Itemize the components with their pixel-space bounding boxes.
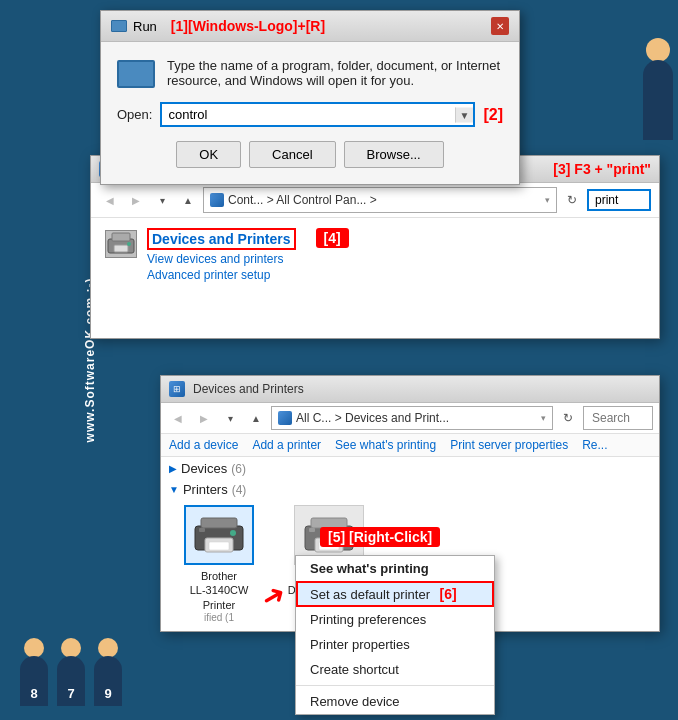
dp-address-bar[interactable]: All C... > Devices and Print... ▾ — [271, 406, 553, 430]
address-bar[interactable]: Cont... > All Control Pan... > ▾ — [203, 187, 557, 213]
figure-8: 8 — [20, 656, 52, 720]
printers-expand-arrow[interactable]: ▼ — [169, 484, 179, 495]
figure-9-head — [98, 638, 118, 658]
ctx-set-default[interactable]: Set as default printer [6] — [296, 581, 494, 607]
run-close-button[interactable]: ✕ — [491, 17, 509, 35]
step5-badge: [5] [Right-Click] — [320, 527, 440, 547]
search-box[interactable] — [587, 189, 651, 211]
dp-links: Devices and Printers View devices and pr… — [147, 228, 296, 282]
open-label: Open: — [117, 107, 152, 122]
svg-rect-2 — [114, 245, 128, 252]
svg-rect-1 — [112, 233, 130, 241]
figure-7-body: 7 — [57, 656, 85, 706]
dp-search-input[interactable] — [583, 406, 653, 430]
dp-address-text: All C... > Devices and Print... — [296, 411, 537, 425]
devices-section-label: Devices — [181, 461, 227, 476]
devices-expand-arrow[interactable]: ▶ — [169, 463, 177, 474]
brother-printer-item[interactable]: BrotherLL-3140CWPrinter ified (1 — [169, 501, 269, 627]
dp-nav-bar: ◀ ▶ ▾ ▲ All C... > Devices and Print... … — [161, 403, 659, 434]
view-devices-link[interactable]: View devices and printers — [147, 252, 296, 266]
open-input[interactable] — [160, 102, 475, 127]
ctx-create-shortcut[interactable]: Create shortcut — [296, 657, 494, 682]
see-whats-printing-btn[interactable]: See what's printing — [335, 438, 436, 452]
devices-count: (6) — [231, 462, 246, 476]
address-bar-text: Cont... > All Control Pan... > — [228, 193, 541, 207]
dp-forward-btn[interactable]: ▶ — [193, 407, 215, 429]
ok-button[interactable]: OK — [176, 141, 241, 168]
dp-address-arrow[interactable]: ▾ — [541, 413, 546, 423]
nav-forward-button[interactable]: ▶ — [125, 189, 147, 211]
dp-address-icon — [278, 411, 292, 425]
figure-8-head — [24, 638, 44, 658]
dp-window-icon: ⊞ — [169, 381, 185, 397]
ctx-set-default-label: Set as default printer — [310, 587, 430, 602]
remove-btn[interactable]: Re... — [582, 438, 607, 452]
search-input[interactable] — [589, 191, 649, 209]
nav-dropdown-button[interactable]: ▾ — [151, 189, 173, 211]
open-input-wrapper: ▼ — [160, 102, 475, 127]
ctx-see-whats-printing[interactable]: See what's printing — [296, 556, 494, 581]
address-bar-arrow[interactable]: ▾ — [545, 195, 550, 205]
figure-9-num: 9 — [104, 686, 111, 701]
printers-count: (4) — [232, 483, 247, 497]
context-menu: See what's printing Set as default print… — [295, 555, 495, 715]
svg-point-3 — [127, 242, 131, 246]
run-description: Type the name of a program, folder, docu… — [167, 58, 503, 88]
add-printer-btn[interactable]: Add a printer — [252, 438, 321, 452]
run-dialog-body: Type the name of a program, folder, docu… — [101, 42, 519, 184]
open-row: Open: ▼ [2] — [117, 102, 503, 127]
print-server-props-btn[interactable]: Print server properties — [450, 438, 568, 452]
dp-dropdown-btn[interactable]: ▾ — [219, 407, 241, 429]
nav-back-button[interactable]: ◀ — [99, 189, 121, 211]
run-large-icon — [117, 60, 155, 88]
advanced-setup-link[interactable]: Advanced printer setup — [147, 268, 296, 282]
open-dropdown-arrow[interactable]: ▼ — [455, 107, 474, 122]
ctx-remove-device[interactable]: Remove device — [296, 689, 494, 714]
dp-toolbar: Add a device Add a printer See what's pr… — [161, 434, 659, 457]
dp-back-btn[interactable]: ◀ — [167, 407, 189, 429]
svg-rect-5 — [201, 518, 237, 528]
dp-refresh-btn[interactable]: ↻ — [557, 407, 579, 429]
run-title-left: Run [1][Windows-Logo]+[R] — [111, 18, 325, 34]
figure-7-head — [61, 638, 81, 658]
figure-9: 9 — [94, 656, 126, 720]
step6-badge: [6] — [440, 586, 457, 602]
step4-badge: [4] — [316, 228, 349, 248]
refresh-button[interactable]: ↻ — [561, 189, 583, 211]
printers-section-label: Printers — [183, 482, 228, 497]
devices-printers-link[interactable]: Devices and Printers — [147, 228, 296, 250]
brother-printer-sub: ified (1 — [204, 612, 234, 623]
dp-up-btn[interactable]: ▲ — [245, 407, 267, 429]
ctx-divider — [296, 685, 494, 686]
run-icon-row: Type the name of a program, folder, docu… — [117, 58, 503, 88]
dp-window-title-text: Devices and Printers — [193, 382, 304, 396]
cancel-button[interactable]: Cancel — [249, 141, 335, 168]
svg-point-8 — [230, 530, 236, 536]
cpanel-content: Devices and Printers View devices and pr… — [91, 218, 659, 338]
svg-rect-15 — [309, 528, 315, 532]
figure-8-num: 8 — [30, 686, 37, 701]
dp-window-titlebar: ⊞ Devices and Printers — [161, 376, 659, 403]
ctx-printing-prefs[interactable]: Printing preferences — [296, 607, 494, 632]
brother-printer-label: BrotherLL-3140CWPrinter — [190, 569, 249, 612]
ctx-printer-props[interactable]: Printer properties — [296, 632, 494, 657]
figure-7: 7 — [57, 656, 89, 720]
add-device-btn[interactable]: Add a device — [169, 438, 238, 452]
brother-printer-icon — [184, 505, 254, 565]
figure-9-body: 9 — [94, 656, 122, 706]
step1-badge: [1][Windows-Logo]+[R] — [171, 18, 325, 34]
right-figure — [628, 30, 678, 150]
figure-body — [643, 60, 673, 140]
run-dialog-titlebar: Run [1][Windows-Logo]+[R] ✕ — [101, 11, 519, 42]
nav-up-button[interactable]: ▲ — [177, 189, 199, 211]
svg-rect-9 — [199, 528, 205, 532]
bottom-figures: 8 7 9 — [20, 656, 126, 720]
devices-section-header: ▶ Devices (6) — [161, 457, 659, 478]
figure-head — [646, 38, 670, 62]
step2-badge: [2] — [483, 106, 503, 124]
run-title-text: Run — [133, 19, 157, 34]
browse-button[interactable]: Browse... — [344, 141, 444, 168]
step3-badge: [3] F3 + "print" — [553, 161, 651, 177]
dp-icon — [105, 230, 137, 258]
cpanel-nav-bar: ◀ ▶ ▾ ▲ Cont... > All Control Pan... > ▾… — [91, 183, 659, 218]
